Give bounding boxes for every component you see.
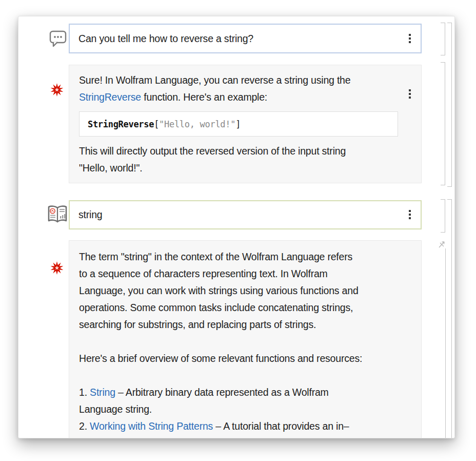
response-outro: This will directly output the reversed v… xyxy=(79,143,398,177)
text-line: Here's a brief overview of some relevant… xyxy=(79,350,398,367)
cell-bracket[interactable] xyxy=(441,23,445,55)
text-run: Sure! In Wolfram Language, you can rever… xyxy=(79,74,350,86)
text-run: operations. Some common tasks include co… xyxy=(79,302,353,313)
doc-lookup-input-cell[interactable]: string xyxy=(69,200,422,229)
cell-bracket[interactable] xyxy=(441,62,445,185)
text-run: The term "string" in the context of the … xyxy=(79,251,352,262)
cell-menu-button[interactable] xyxy=(407,32,413,45)
assistant-response-cell: The term "string" in the context of the … xyxy=(69,240,422,438)
chat-input-cell[interactable]: Can you tell me how to reverse a string? xyxy=(69,24,422,53)
response-list: 1. String – Arbitrary binary data repres… xyxy=(79,384,398,435)
text-line: operations. Some common tasks include co… xyxy=(79,299,398,316)
response-intro: Sure! In Wolfram Language, you can rever… xyxy=(79,72,398,106)
text-line: searching for substrings, and replacing … xyxy=(79,316,398,333)
paragraph-gap xyxy=(79,367,398,384)
text-line: This will directly output the reversed v… xyxy=(79,143,398,160)
inline-doc-link[interactable]: String xyxy=(90,387,115,398)
text-line: Sure! In Wolfram Language, you can rever… xyxy=(79,72,398,89)
text-line: The term "string" in the context of the … xyxy=(79,248,398,265)
text-line: Language string. xyxy=(79,401,398,418)
code-inline-cell[interactable]: StringReverse["Hello, world!"] xyxy=(79,111,398,137)
text-run: "Hello, world!". xyxy=(79,162,142,174)
cell-group-bracket[interactable] xyxy=(447,23,452,187)
text-line: 2. Working with String Patterns – A tuto… xyxy=(79,418,398,435)
text-line: 1. String – Arbitrary binary data repres… xyxy=(79,384,398,401)
text-line: StringReverse function. Here's an exampl… xyxy=(79,89,398,106)
text-run: 2. xyxy=(79,420,90,432)
text-run: – A tutorial that provides an in– xyxy=(213,420,349,432)
text-run: "Hello, world!" xyxy=(159,119,235,129)
cell-menu-button[interactable] xyxy=(407,208,413,221)
text-run: Language, you can work with strings usin… xyxy=(79,285,359,296)
wolfram-spikey-icon xyxy=(50,83,64,97)
text-run: – Arbitrary binary data represented as a… xyxy=(115,387,329,398)
text-run: function. Here's an example: xyxy=(141,91,267,103)
text-line: "Hello, world!". xyxy=(79,160,398,177)
text-run: [ xyxy=(154,119,159,129)
text-run: This will directly output the reversed v… xyxy=(79,145,346,157)
screenshot-canvas: Can you tell me how to reverse a string?… xyxy=(0,0,476,461)
text-run: searching for substrings, and replacing … xyxy=(79,319,316,330)
cell-bracket[interactable] xyxy=(441,199,445,233)
text-run: StringReverse xyxy=(88,119,154,129)
text-run: 1. xyxy=(79,387,90,398)
doc-lookup-input-text[interactable]: string xyxy=(70,209,102,221)
text-line: to a sequence of characters representing… xyxy=(79,265,398,282)
text-run: to a sequence of characters representing… xyxy=(79,268,328,279)
cell-progress-marker-icon xyxy=(438,241,446,248)
chat-bubble-ellipsis-icon[interactable] xyxy=(49,30,67,47)
response-paragraph: The term "string" in the context of the … xyxy=(79,248,398,333)
chat-input-text[interactable]: Can you tell me how to reverse a string? xyxy=(70,33,253,45)
assistant-response-cell: Sure! In Wolfram Language, you can rever… xyxy=(69,65,422,183)
text-run: Here's a brief overview of some relevant… xyxy=(79,353,362,364)
response-paragraph: Here's a brief overview of some relevant… xyxy=(79,350,398,367)
text-run: Language string. xyxy=(79,404,152,415)
cell-menu-button[interactable] xyxy=(407,88,413,100)
text-line: Language, you can work with strings usin… xyxy=(79,282,398,299)
inline-doc-link[interactable]: Working with String Patterns xyxy=(90,420,213,432)
paragraph-gap xyxy=(79,333,398,350)
inline-doc-link[interactable]: StringReverse xyxy=(79,91,141,103)
notebook-window: Can you tell me how to reverse a string?… xyxy=(18,16,455,438)
wolfram-spikey-icon xyxy=(50,261,64,275)
documentation-book-icon[interactable] xyxy=(47,204,68,225)
cell-bracket[interactable] xyxy=(441,248,446,438)
cell-group-bracket[interactable] xyxy=(447,199,452,438)
text-run: ] xyxy=(235,119,241,129)
